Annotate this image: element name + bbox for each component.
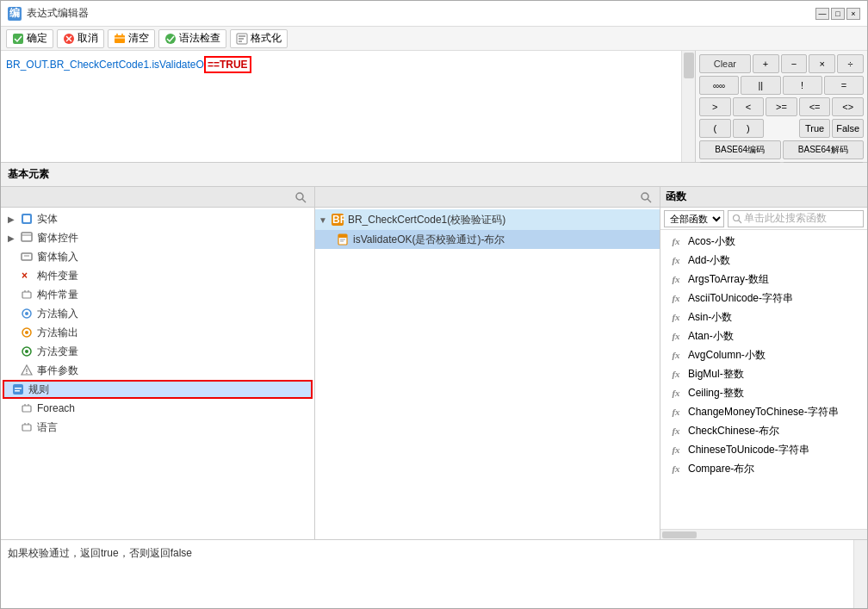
func-item[interactable]: fx ChineseToUnicode-字符串 — [660, 440, 867, 459]
list-item[interactable]: 窗体输入 — [1, 247, 314, 266]
fx-icon: fx — [667, 369, 685, 379]
list-item[interactable]: Foreach — [1, 399, 314, 418]
false-button[interactable]: False — [832, 119, 864, 138]
foreach-label: Foreach — [37, 402, 75, 414]
syntax-check-icon — [164, 33, 177, 45]
gt-button[interactable]: > — [699, 97, 731, 116]
gte-button[interactable]: >= — [766, 97, 797, 116]
left-search-button[interactable] — [292, 190, 309, 204]
expression-scrollbar[interactable] — [681, 51, 695, 162]
list-item[interactable]: 语言 — [1, 418, 314, 437]
func-label: Ceiling-整数 — [688, 386, 744, 401]
middle-list: ▼ BR BR_CheckCertCode1(校验验证码) isValidate… — [315, 208, 660, 539]
toolbar: 确定 取消 清空 语法检查 格式化 — [1, 27, 867, 51]
app-icon: 编 — [8, 7, 22, 21]
maximize-button[interactable]: □ — [831, 8, 845, 20]
calculator-panel: Clear + − × ÷ ∞∞ || ! = > < >= <= <> — [695, 51, 867, 162]
clear-toolbar-button[interactable]: 清空 — [108, 29, 155, 48]
svg-point-43 — [642, 193, 648, 200]
list-item[interactable]: ▶ 实体 — [1, 209, 314, 228]
func-item[interactable]: fx ChangeMoneyToChinese-字符串 — [660, 402, 867, 421]
lt-button[interactable]: < — [733, 97, 765, 116]
br-group-header[interactable]: ▼ BR BR_CheckCertCode1(校验验证码) — [315, 209, 660, 230]
left-panel: ▶ 实体 ▶ 窗体控件 — [1, 187, 315, 539]
func-item[interactable]: fx AsciiToUnicode-字符串 — [660, 289, 867, 308]
functions-dropdown[interactable]: 全部函数 — [664, 210, 724, 227]
close-button[interactable]: × — [846, 8, 860, 20]
basic-elements-header: 基本元素 — [1, 163, 867, 187]
svg-point-8 — [165, 34, 176, 44]
base64-decode-button[interactable]: BASE64解码 — [783, 140, 865, 159]
func-horizontal-scrollbar[interactable] — [660, 529, 867, 539]
base64-encode-button[interactable]: BASE64编码 — [699, 140, 781, 159]
func-label: Add-小数 — [688, 253, 730, 268]
method-input-icon — [20, 307, 34, 320]
expression-highlight: ==TRUE — [204, 56, 251, 73]
func-item[interactable]: fx Asin-小数 — [660, 308, 867, 326]
clear-button[interactable]: Clear — [699, 54, 751, 73]
list-item[interactable]: 方法变量 — [1, 342, 314, 361]
event-param-icon — [20, 364, 34, 377]
empty-button — [766, 119, 797, 138]
svg-rect-35 — [15, 388, 22, 389]
cancel-button[interactable]: 取消 — [57, 29, 104, 48]
list-item[interactable]: 事件参数 — [1, 361, 314, 380]
bottom-content: 如果校验通过，返回true，否则返回false — [1, 540, 853, 608]
basic-elements-title: 基本元素 — [8, 167, 49, 182]
middle-panel-header — [315, 187, 660, 208]
list-item[interactable]: 方法输出 — [1, 323, 314, 342]
minimize-button[interactable]: — — [815, 8, 829, 20]
lte-button[interactable]: <= — [799, 97, 831, 116]
event-param-label: 事件参数 — [37, 364, 78, 378]
calc-row-2: ∞∞ || ! = — [699, 76, 864, 95]
component-const-icon — [20, 288, 34, 301]
func-item[interactable]: fx ArgsToArray-数组 — [660, 270, 867, 289]
svg-rect-36 — [15, 390, 20, 392]
func-item[interactable]: fx Add-小数 — [660, 251, 867, 270]
main-window: 编 表达式编辑器 — □ × 确定 取消 清空 — [0, 0, 868, 609]
list-item[interactable]: 构件常量 — [1, 285, 314, 304]
bottom-scrollbar[interactable] — [853, 540, 867, 608]
list-item[interactable]: 方法输入 — [1, 304, 314, 323]
rules-item[interactable]: 规则 — [3, 380, 313, 399]
syntax-check-button[interactable]: 语法检查 — [158, 29, 226, 48]
func-item[interactable]: fx Acos-小数 — [660, 232, 867, 251]
rparen-button[interactable]: ) — [733, 119, 765, 138]
divide-button[interactable]: ÷ — [837, 54, 864, 73]
middle-search-button[interactable] — [637, 190, 654, 204]
method-item[interactable]: isValidateOK(是否校验通过)-布尔 — [315, 230, 660, 249]
func-label: CheckChinese-布尔 — [688, 424, 779, 438]
component-const-label: 构件常量 — [37, 288, 78, 302]
func-item[interactable]: fx Atan-小数 — [660, 326, 867, 345]
func-label: Acos-小数 — [688, 234, 735, 249]
lparen-button[interactable]: ( — [699, 119, 731, 138]
list-item[interactable]: × 构件变量 — [1, 266, 314, 285]
func-item[interactable]: fx AvgColumn-小数 — [660, 345, 867, 364]
neq-button[interactable]: <> — [832, 97, 864, 116]
equals-button[interactable]: = — [824, 76, 864, 95]
fx-icon: fx — [667, 331, 685, 341]
infinity-button[interactable]: ∞∞ — [699, 76, 739, 95]
multiply-button[interactable]: × — [809, 54, 835, 73]
functions-search-input[interactable]: 单击此处搜索函数 — [728, 210, 864, 227]
not-button[interactable]: ! — [783, 76, 822, 95]
func-item[interactable]: fx Compare-布尔 — [660, 459, 867, 478]
list-item[interactable]: ▶ 窗体控件 — [1, 228, 314, 247]
expression-content[interactable]: BR_OUT.BR_CheckCertCode1.isValidateO==TR… — [1, 51, 681, 162]
or-button[interactable]: || — [741, 76, 780, 95]
svg-point-51 — [734, 214, 740, 221]
plus-button[interactable]: + — [753, 54, 779, 73]
svg-point-26 — [25, 312, 28, 315]
func-item[interactable]: fx CheckChinese-布尔 — [660, 421, 867, 440]
func-label: ChangeMoneyToChinese-字符串 — [688, 405, 839, 419]
fx-icon: fx — [667, 350, 685, 360]
format-button[interactable]: 格式化 — [230, 29, 288, 48]
fx-icon: fx — [667, 444, 685, 455]
minus-button[interactable]: − — [781, 54, 808, 73]
svg-point-33 — [26, 373, 28, 375]
confirm-button[interactable]: 确定 — [6, 29, 53, 48]
svg-rect-17 — [22, 233, 32, 241]
true-button[interactable]: True — [799, 119, 831, 138]
func-item[interactable]: fx Ceiling-整数 — [660, 383, 867, 402]
func-item[interactable]: fx BigMul-整数 — [660, 364, 867, 383]
